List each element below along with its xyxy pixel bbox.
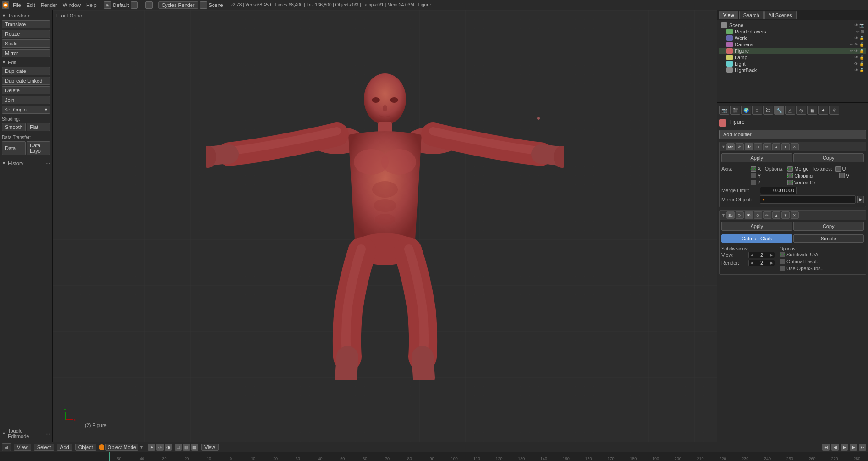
subsurf-edit-icon[interactable]: ✏ xyxy=(763,211,771,219)
mirror-up-icon[interactable]: ▲ xyxy=(772,143,780,150)
skip-forward-icon[interactable]: ⏭ xyxy=(859,444,866,451)
world-render-icon[interactable]: 🔒 xyxy=(859,36,864,40)
prop-render-icon[interactable]: 📷 xyxy=(719,106,729,115)
prop-constraint-icon[interactable]: ⛓ xyxy=(763,106,773,115)
subsurf-down-icon[interactable]: ▼ xyxy=(781,211,790,219)
prop-material-icon[interactable]: ◎ xyxy=(796,106,806,115)
menu-help[interactable]: Help xyxy=(86,2,97,8)
prop-modifier-icon[interactable]: 🔧 xyxy=(774,106,784,115)
flat-button[interactable]: Flat xyxy=(27,123,50,131)
join-button[interactable]: Join xyxy=(2,96,50,104)
render-decrement-icon[interactable]: ◀ xyxy=(749,260,755,266)
subsurf-type-icon[interactable]: Su xyxy=(726,211,735,219)
mirror-clipping-checkbox[interactable]: ✓ xyxy=(787,173,793,178)
mirror-copy-button[interactable]: Copy xyxy=(793,153,864,162)
mirror-object-arrow-icon[interactable]: ▶ xyxy=(857,196,864,203)
rl-icon2[interactable]: ⊞ xyxy=(861,29,864,34)
lamp-render-icon[interactable]: 🔒 xyxy=(859,55,864,60)
prop-particle-icon[interactable]: ✦ xyxy=(818,106,828,115)
mirror-merge-checkbox[interactable]: ✓ xyxy=(787,166,793,172)
fig-eye-icon[interactable]: 👁 xyxy=(854,49,858,53)
optimal-displ-checkbox[interactable] xyxy=(780,259,785,264)
view-value-input[interactable] xyxy=(755,252,769,258)
toolbar-mode-icon[interactable]: ⊞ xyxy=(2,443,11,451)
translate-button[interactable]: Translate xyxy=(2,20,50,28)
timeline[interactable]: 50-40-30-20-1001020304050607080901001101… xyxy=(0,452,868,461)
outliner-item-lamp[interactable]: Lamp 👁 🔒 xyxy=(719,54,866,61)
mirror-render-icon[interactable]: ⟳ xyxy=(736,143,744,150)
mirror-cage-icon[interactable]: ⊙ xyxy=(754,143,762,150)
toggle-dots-button[interactable]: ··· xyxy=(45,430,50,437)
view-spinner[interactable]: ◀ ▶ xyxy=(748,252,775,258)
subsurf-show-icon[interactable]: 👁 xyxy=(745,211,753,219)
mirror-z-checkbox[interactable] xyxy=(751,180,756,185)
view-button[interactable]: View xyxy=(14,444,31,451)
search-tab[interactable]: Search xyxy=(739,11,764,19)
set-origin-button[interactable]: Set Origin ▼ xyxy=(2,106,50,114)
shade3-icon[interactable]: ▦ xyxy=(191,444,198,451)
engine-select[interactable]: Cycles Render xyxy=(158,1,198,9)
shade1-icon[interactable]: □ xyxy=(175,444,182,451)
render-value-input[interactable] xyxy=(755,260,769,266)
mirror-button[interactable]: Mirror xyxy=(2,49,50,57)
mirror-show-icon[interactable]: 👁 xyxy=(745,143,753,150)
solid-view-icon[interactable]: ● xyxy=(148,444,155,451)
rl-edit-icon[interactable]: ✏ xyxy=(856,29,860,34)
duplicate-button[interactable]: Duplicate xyxy=(2,67,50,75)
cam-render-icon[interactable]: 🔒 xyxy=(859,42,864,47)
step-forward-icon[interactable]: ▶ xyxy=(850,444,857,451)
mode-select-label[interactable]: Object Mode xyxy=(105,444,138,451)
menu-file[interactable]: File xyxy=(13,2,21,8)
select-button[interactable]: Select xyxy=(34,444,55,451)
mirror-merge-limit-value[interactable]: 0.001000 xyxy=(760,187,797,194)
mirror-u-checkbox[interactable] xyxy=(835,166,841,172)
prop-object-icon[interactable]: □ xyxy=(752,106,762,115)
outliner-item-renderlayers[interactable]: RenderLayers ✏ ⊞ xyxy=(719,28,866,35)
skip-back-icon[interactable]: ⏮ xyxy=(822,444,830,451)
simple-tab[interactable]: Simple xyxy=(793,234,864,243)
play-icon[interactable]: ▶ xyxy=(841,444,848,451)
delete-button[interactable]: Delete xyxy=(2,86,50,94)
subsurf-close-icon[interactable]: ✕ xyxy=(791,211,799,219)
shade2-icon[interactable]: ▥ xyxy=(183,444,190,451)
mirror-v-checkbox[interactable] xyxy=(839,173,845,178)
view-decrement-icon[interactable]: ◀ xyxy=(749,252,755,258)
duplicate-linked-button[interactable]: Duplicate Linked xyxy=(2,77,50,85)
data-layo-button[interactable]: Data Layo xyxy=(27,141,50,155)
object-button[interactable]: Object xyxy=(75,444,96,451)
lback-eye-icon[interactable]: 👁 xyxy=(854,68,858,72)
mirror-y-checkbox[interactable] xyxy=(751,173,756,178)
mirror-down-icon[interactable]: ▼ xyxy=(781,143,790,150)
blender-logo-icon[interactable] xyxy=(2,1,9,9)
menu-window[interactable]: Window xyxy=(63,2,81,8)
mirror-type-icon[interactable]: Mir xyxy=(726,143,735,150)
prop-data-icon[interactable]: △ xyxy=(785,106,795,115)
lback-render-icon[interactable]: 🔒 xyxy=(859,68,864,72)
subsurf-render-icon[interactable]: ⟳ xyxy=(736,211,744,219)
cam-eye-icon[interactable]: 👁 xyxy=(854,42,858,47)
viewport[interactable]: Front Ortho xyxy=(53,10,717,442)
timeline-playhead[interactable] xyxy=(109,452,110,461)
mirror-x-checkbox[interactable]: ✓ xyxy=(751,166,756,172)
subsurf-up-icon[interactable]: ▲ xyxy=(772,211,780,219)
render-view-icon[interactable]: ◑ xyxy=(165,444,172,451)
fig-edit-icon[interactable]: ✏ xyxy=(850,49,853,53)
subsurf-cage-icon[interactable]: ⊙ xyxy=(754,211,762,219)
outliner-item-scene[interactable]: Scene 👁 📷 xyxy=(719,22,866,28)
prop-physics-icon[interactable]: ⚛ xyxy=(829,106,839,115)
prop-scene-icon[interactable]: 🎬 xyxy=(730,106,740,115)
render-spinner[interactable]: ◀ ▶ xyxy=(748,260,775,266)
rotate-button[interactable]: Rotate xyxy=(2,30,50,38)
add-modifier-button[interactable]: Add Modifier xyxy=(719,130,866,139)
view-persp-button[interactable]: View xyxy=(201,444,219,451)
step-back-icon[interactable]: ◀ xyxy=(831,444,839,451)
light-render-icon[interactable]: 🔒 xyxy=(859,61,864,66)
subsurf-copy-button[interactable]: Copy xyxy=(793,222,864,231)
view-increment-icon[interactable]: ▶ xyxy=(769,252,775,258)
light-eye-icon[interactable]: 👁 xyxy=(854,61,858,66)
scene-eye-icon[interactable]: 👁 xyxy=(854,23,858,28)
outliner-item-figure[interactable]: Figure ✏ 👁 🔒 xyxy=(719,48,866,54)
smooth-button[interactable]: Smooth xyxy=(2,123,26,131)
scene-cam-icon[interactable]: 📷 xyxy=(859,23,864,28)
mirror-object-input[interactable]: ● xyxy=(760,195,856,204)
